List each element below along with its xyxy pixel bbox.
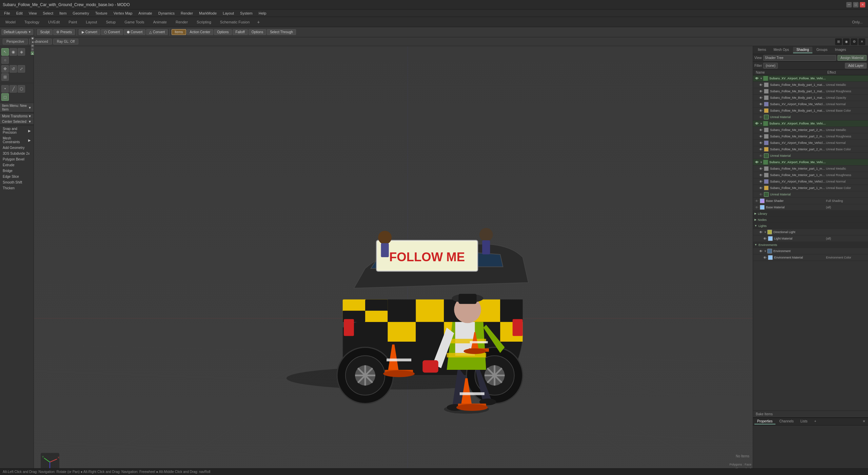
mini-btn3[interactable]: ⊞	[31, 46, 34, 48]
library-section[interactable]: ▶ Library	[753, 211, 868, 217]
eye-icon[interactable]: 👁	[758, 95, 763, 100]
menu-edit[interactable]: Edit	[14, 11, 25, 16]
shader-unreal-mat-1[interactable]: 👁 Unreal Material	[753, 114, 868, 120]
eye-icon-env-mat[interactable]: 👁	[763, 255, 767, 260]
layout-tab-gametools[interactable]: Game Tools	[120, 19, 149, 25]
eye-icon-off[interactable]: 👁	[758, 115, 763, 119]
base-shader-item[interactable]: 👁 Base Shader Full Shading	[753, 198, 868, 204]
eye-icon-light-mat[interactable]: 👁	[763, 236, 767, 241]
lists-tab[interactable]: Lists	[798, 419, 810, 424]
scale-tool-icon[interactable]: ⤢	[18, 65, 25, 73]
layout-tab-uvedit[interactable]: UVEdit	[44, 19, 64, 25]
minimize-button[interactable]: ─	[846, 2, 852, 7]
collapse-right-bottom[interactable]: ✕	[861, 419, 867, 424]
menu-render[interactable]: Render	[178, 11, 196, 16]
menu-geometry[interactable]: Geometry	[70, 11, 92, 16]
convert-btn4[interactable]: △ Convert	[146, 29, 168, 35]
properties-tab[interactable]: Properties	[754, 419, 775, 424]
menu-layout[interactable]: Layout	[220, 11, 237, 16]
menu-dynamics[interactable]: Dynamics	[156, 11, 177, 16]
layout-tab-model[interactable]: Model	[1, 19, 20, 25]
layout-tab-setup[interactable]: Setup	[102, 19, 120, 25]
eye-icon-base-mat[interactable]: 👁	[754, 205, 759, 210]
polygon-icon[interactable]: ⬡	[18, 85, 25, 93]
viewport-icon1[interactable]: ⊞	[835, 38, 842, 45]
transform-tool-icon[interactable]: ⊞	[1, 73, 9, 81]
eye-icon[interactable]: 👁	[758, 108, 763, 113]
environment-item[interactable]: 👁 ▼ Environment	[753, 248, 868, 254]
eye-icon[interactable]: 👁	[758, 186, 763, 190]
shader-metallic-2[interactable]: 👁 Subaru_Follow_Me_Interior_part_2_mat_M…	[753, 127, 868, 133]
mini-btn5[interactable]: ▲	[31, 52, 34, 55]
action-center-button[interactable]: Action Center	[187, 29, 214, 35]
select-tool-icon[interactable]: ↖	[1, 48, 9, 56]
lasso-tool-icon[interactable]: ◉	[9, 48, 17, 56]
shader-base-color-1[interactable]: 👁 Subaru_Follow_Me_Body_part_1_mat_Ba...…	[753, 108, 868, 114]
polygon-bevel-item[interactable]: Polygon Bevel	[0, 156, 34, 162]
shader-group-interior2[interactable]: 👁 ▼ Subaru_XV_Airport_Follow_Me_Vehicle_…	[753, 120, 868, 127]
shader-metallic-3[interactable]: 👁 Subaru_Follow_Me_Interior_part_1_mat_M…	[753, 166, 868, 172]
base-material-item[interactable]: 👁 Base Material (all)	[753, 204, 868, 211]
add-tab[interactable]: +	[811, 419, 819, 424]
move-tool-icon[interactable]: ✥	[1, 65, 9, 73]
shader-unreal-mat-3[interactable]: 👁 Unreal Material	[753, 191, 868, 198]
shader-roughness-1[interactable]: 👁 Subaru_Follow_Me_Body_part_1_mat_Rou..…	[753, 88, 868, 95]
add-geometry-item[interactable]: Add Geometry	[0, 145, 34, 151]
lights-section[interactable]: ▼ Lights	[753, 223, 868, 229]
eye-icon-off3[interactable]: 👁	[758, 192, 763, 197]
light-material-item[interactable]: 👁 Light Material (all)	[753, 235, 868, 242]
shader-base-color-3[interactable]: 👁 Subaru_Follow_Me_Interior_part_1_mat_B…	[753, 185, 868, 191]
shader-roughness-3[interactable]: 👁 Subaru_Follow_Me_Interior_part_1_mat_R…	[753, 172, 868, 178]
layout-tab-only[interactable]: Only...	[848, 19, 867, 25]
shader-roughness-2[interactable]: 👁 Subaru_Follow_Me_Interior_part_2_mat_R…	[753, 133, 868, 140]
tab-mesh-ops[interactable]: Mesh Ops	[770, 47, 792, 53]
perspective-button[interactable]: Perspective	[3, 39, 28, 44]
eye-icon-body[interactable]: 👁	[754, 76, 759, 81]
layout-tab-animate[interactable]: Animate	[149, 19, 171, 25]
shader-base-color-2[interactable]: 👁 Subaru_Follow_Me_Interior_part_2_mat_B…	[753, 146, 868, 153]
circle-tool-icon[interactable]: ○	[1, 56, 9, 64]
assign-material-button[interactable]: Assign Material	[837, 55, 867, 61]
eye-icon[interactable]: 👁	[758, 140, 763, 145]
eye-icon-int2[interactable]: 👁	[754, 121, 759, 126]
nodes-section[interactable]: ▶ Nodes	[753, 217, 868, 223]
mini-btn4[interactable]: ⊙	[31, 48, 34, 51]
menu-help[interactable]: Help	[256, 11, 269, 16]
channels-tab[interactable]: Channels	[777, 419, 796, 424]
viewport-icon4[interactable]: ✕	[859, 38, 865, 45]
shader-normal-2[interactable]: 👁 Subaru_XV_Airport_Follow_Me_Vehicle_In…	[753, 140, 868, 146]
viewport-icon2[interactable]: ◉	[843, 38, 850, 45]
expand-arrow-env[interactable]: ▼	[764, 250, 767, 253]
sculpt-button[interactable]: Sculpt	[37, 29, 53, 35]
expand-arrow-body[interactable]: ▼	[760, 77, 763, 80]
eye-icon[interactable]: 👁	[758, 134, 763, 139]
eye-icon-int1[interactable]: 👁	[754, 160, 759, 165]
layout-tab-topology[interactable]: Topology	[20, 19, 43, 25]
items-button[interactable]: Items	[172, 29, 186, 35]
more-transforms-dropdown[interactable]: More Transforms ▼	[0, 114, 34, 119]
directional-light-item[interactable]: 👁 ▼ Directional Light	[753, 229, 868, 235]
maximize-button[interactable]: □	[853, 2, 859, 7]
tab-groups[interactable]: Groups	[813, 47, 831, 53]
thicken-item[interactable]: Thicken	[0, 185, 34, 191]
falloff-button[interactable]: Falloff	[233, 29, 248, 35]
eye-icon[interactable]: 👁	[758, 179, 763, 184]
expand-lights[interactable]: ▼	[754, 224, 757, 227]
eye-icon[interactable]: 👁	[758, 173, 763, 177]
convert-btn3[interactable]: ⬢ Convert	[124, 29, 146, 35]
eye-icon[interactable]: 👁	[758, 89, 763, 94]
menu-texture[interactable]: Texture	[93, 11, 110, 16]
smooth-shift-item[interactable]: Smooth Shift	[0, 179, 34, 185]
extrude-item[interactable]: Extrude	[0, 162, 34, 168]
menu-select[interactable]: Select	[40, 11, 56, 16]
shader-normal-1[interactable]: 👁 Subaru_XV_Airport_Follow_Me_Vehicle_Bo…	[753, 101, 868, 108]
tab-images[interactable]: Images	[832, 47, 850, 53]
eye-icon[interactable]: 👁	[758, 147, 763, 152]
default-layouts-dropdown[interactable]: Default Layouts ▼	[1, 29, 33, 35]
eye-icon-env[interactable]: 👁	[758, 249, 763, 253]
center-selected-dropdown[interactable]: Center Selected ▼	[0, 119, 34, 125]
shader-group-interior1[interactable]: 👁 ▼ Subaru_XV_Airport_Follow_Me_Vehicle_…	[753, 159, 868, 166]
layout-tab-layout[interactable]: Layout	[82, 19, 101, 25]
eye-icon-off2[interactable]: 👁	[758, 153, 763, 158]
menu-system[interactable]: System	[237, 11, 255, 16]
